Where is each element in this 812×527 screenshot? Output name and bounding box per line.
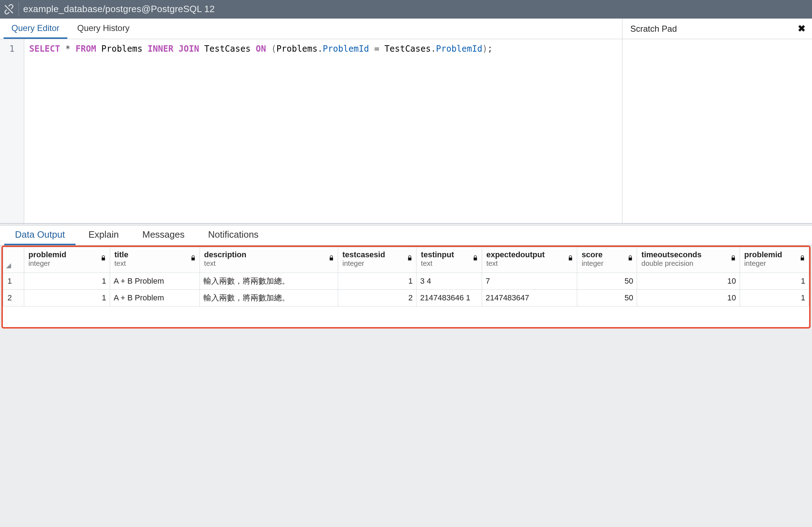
tab-messages[interactable]: Messages xyxy=(131,224,195,245)
lock-icon[interactable] xyxy=(190,255,196,263)
cell-problemid[interactable]: 1 xyxy=(24,273,110,290)
line-number: 1 xyxy=(0,43,24,55)
lock-icon[interactable] xyxy=(329,255,334,263)
select-all-triangle-icon[interactable] xyxy=(6,263,11,268)
column-type: text xyxy=(421,259,478,268)
connection-title: example_database/postgres@PostgreSQL 12 xyxy=(23,4,215,15)
cell-description[interactable]: 輸入兩數，將兩數加總。 xyxy=(200,290,338,306)
results-area: Data Output Explain Messages Notificatio… xyxy=(0,226,812,527)
column-name: testcasesid xyxy=(342,250,413,259)
column-header-timeoutseconds[interactable]: timeoutsecondsdouble precision xyxy=(637,247,740,273)
column-name: problemid xyxy=(29,250,106,259)
column-header-problemid[interactable]: problemidinteger xyxy=(740,247,809,273)
scratch-pad-title: Scratch Pad xyxy=(630,24,677,34)
cell-score[interactable]: 50 xyxy=(577,273,637,290)
cell-timeoutseconds[interactable]: 10 xyxy=(637,273,740,290)
column-type: text xyxy=(204,259,334,268)
cell-testcasesid[interactable]: 2 xyxy=(338,290,417,306)
query-editor-pane: Query Editor Query History 1 SELECT * FR… xyxy=(0,19,622,223)
tab-data-output[interactable]: Data Output xyxy=(4,224,76,245)
upper-panes: Query Editor Query History 1 SELECT * FR… xyxy=(0,19,812,223)
lock-icon[interactable] xyxy=(568,255,573,263)
cell-testcasesid[interactable]: 1 xyxy=(338,273,417,290)
sql-editor[interactable]: 1 SELECT * FROM Problems INNER JOIN Test… xyxy=(0,39,622,223)
lock-icon[interactable] xyxy=(100,255,106,263)
cell-score[interactable]: 50 xyxy=(577,290,637,306)
column-type: integer xyxy=(581,259,633,268)
tab-query-editor[interactable]: Query Editor xyxy=(4,18,67,39)
cell-problemid[interactable]: 1 xyxy=(740,290,809,306)
column-name: description xyxy=(204,250,334,259)
results-tabstrip: Data Output Explain Messages Notificatio… xyxy=(0,226,812,246)
column-name: expectedoutput xyxy=(486,250,574,259)
connection-off-icon xyxy=(4,4,14,15)
column-type: double precision xyxy=(641,259,736,268)
grid-corner[interactable] xyxy=(3,247,24,273)
results-grid[interactable]: problemidintegertitletextdescriptiontext… xyxy=(3,247,809,306)
title-bar: example_database/postgres@PostgreSQL 12 xyxy=(0,0,812,19)
scratch-pad-body[interactable] xyxy=(622,39,812,223)
tab-notifications[interactable]: Notifications xyxy=(197,224,269,245)
column-name: score xyxy=(581,250,633,259)
row-number[interactable]: 2 xyxy=(3,290,24,306)
cell-expectedoutput[interactable]: 2147483647 xyxy=(482,290,577,306)
tab-explain[interactable]: Explain xyxy=(78,224,129,245)
column-name: title xyxy=(114,250,196,259)
cell-title[interactable]: A + B Problem xyxy=(110,273,200,290)
lock-icon[interactable] xyxy=(407,255,413,263)
column-type: integer xyxy=(342,259,413,268)
cell-problemid[interactable]: 1 xyxy=(740,273,809,290)
results-grid-highlight: problemidintegertitletextdescriptiontext… xyxy=(1,246,811,329)
cell-testinput[interactable]: 2147483646 1 xyxy=(417,290,482,306)
editor-tabstrip: Query Editor Query History xyxy=(0,19,622,39)
row-number[interactable]: 1 xyxy=(3,273,24,290)
column-header-testcasesid[interactable]: testcasesidinteger xyxy=(338,247,417,273)
lock-icon[interactable] xyxy=(472,255,478,263)
column-type: integer xyxy=(29,259,106,268)
column-type: integer xyxy=(744,259,805,268)
column-type: text xyxy=(486,259,574,268)
lock-icon[interactable] xyxy=(730,255,736,263)
column-name: testinput xyxy=(421,250,478,259)
cell-expectedoutput[interactable]: 7 xyxy=(482,273,577,290)
sql-code-area[interactable]: SELECT * FROM Problems INNER JOIN TestCa… xyxy=(24,39,622,223)
column-header-testinput[interactable]: testinputtext xyxy=(417,247,482,273)
cell-testinput[interactable]: 3 4 xyxy=(417,273,482,290)
column-header-title[interactable]: titletext xyxy=(110,247,200,273)
column-header-description[interactable]: descriptiontext xyxy=(200,247,338,273)
tab-query-history[interactable]: Query History xyxy=(69,18,138,39)
table-row[interactable]: 21A + B Problem輸入兩數，將兩數加總。22147483646 12… xyxy=(3,290,809,306)
column-header-score[interactable]: scoreinteger xyxy=(577,247,637,273)
divider xyxy=(19,2,19,16)
column-header-expectedoutput[interactable]: expectedoutputtext xyxy=(482,247,577,273)
cell-problemid[interactable]: 1 xyxy=(24,290,110,306)
scratch-pad-header: Scratch Pad ✖ xyxy=(622,19,812,39)
cell-title[interactable]: A + B Problem xyxy=(110,290,200,306)
line-number-gutter: 1 xyxy=(0,39,24,223)
lock-icon[interactable] xyxy=(627,255,633,263)
column-name: problemid xyxy=(744,250,805,259)
table-row[interactable]: 11A + B Problem輸入兩數，將兩數加總。13 4750101 xyxy=(3,273,809,290)
cell-description[interactable]: 輸入兩數，將兩數加總。 xyxy=(200,273,338,290)
close-icon[interactable]: ✖ xyxy=(798,23,806,34)
scratch-pad-pane: Scratch Pad ✖ xyxy=(622,19,812,223)
column-header-problemid[interactable]: problemidinteger xyxy=(24,247,110,273)
lock-icon[interactable] xyxy=(800,255,805,263)
column-name: timeoutseconds xyxy=(641,250,736,259)
cell-timeoutseconds[interactable]: 10 xyxy=(637,290,740,306)
column-type: text xyxy=(114,259,196,268)
